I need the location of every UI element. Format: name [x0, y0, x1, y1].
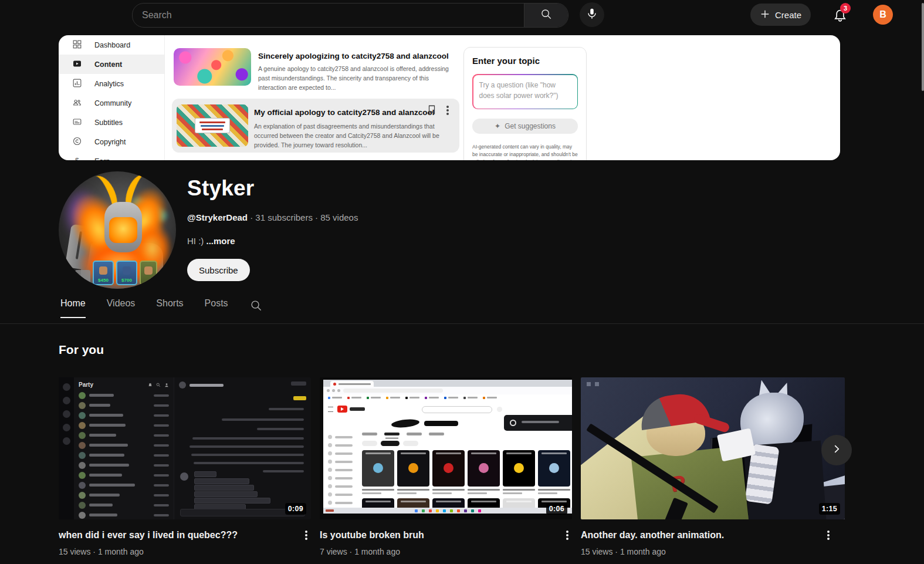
- studio-inspiration-panel: Dashboard Content Analytics Community Su…: [59, 35, 840, 160]
- video-thumbnail[interactable]: R 1:15: [581, 377, 845, 519]
- create-button[interactable]: Create: [750, 4, 811, 26]
- sidebar-item-label: Copyright: [94, 138, 126, 146]
- topic-heading: Enter your topic: [472, 56, 578, 66]
- duration-badge: 0:06: [546, 503, 567, 515]
- video-age: 1 month ago: [620, 547, 666, 556]
- sidebar-item-label: Content: [94, 60, 122, 69]
- video-count: 85 videos: [320, 212, 358, 222]
- bookmark-icon: [427, 107, 437, 117]
- channel-avatar[interactable]: $450 $700: [59, 171, 176, 289]
- notification-badge: 3: [840, 3, 851, 13]
- video-title[interactable]: Another day. another animation.: [581, 529, 845, 542]
- sidebar-item-label: Community: [94, 99, 131, 107]
- dollar-icon: $: [73, 156, 82, 161]
- sparkle-icon: ✦: [495, 122, 500, 130]
- unit-card: $450: [93, 261, 114, 285]
- community-icon: [73, 98, 82, 109]
- sidebar-item-dashboard[interactable]: Dashboard: [59, 35, 164, 55]
- thumb1-server-name: Party: [79, 381, 144, 388]
- search-button[interactable]: [524, 4, 568, 27]
- studio-video-thumbnail-2: [177, 104, 248, 147]
- more-options-button[interactable]: [446, 106, 449, 108]
- copyright-icon: [73, 137, 82, 147]
- channel-description[interactable]: HI :) ...more: [187, 236, 235, 246]
- video-menu-button[interactable]: [305, 531, 307, 533]
- tab-shorts[interactable]: Shorts: [156, 298, 183, 317]
- tab-posts[interactable]: Posts: [205, 298, 228, 317]
- sidebar-item-copyright[interactable]: Copyright: [59, 132, 164, 151]
- sidebar-item-subtitles[interactable]: Subtitles: [59, 113, 164, 132]
- youtube-logo-icon: [337, 406, 347, 413]
- more-link[interactable]: ...more: [207, 236, 235, 246]
- video-card: Party 0:09 when did i ever say i lived i…: [59, 377, 311, 556]
- video-card: 0:06 Is youtube broken bruh 7 views · 1 …: [320, 377, 572, 556]
- create-label: Create: [775, 10, 801, 20]
- tab-home[interactable]: Home: [60, 298, 86, 318]
- chevron-right-icon: [830, 443, 843, 458]
- video-meta: 7 views · 1 month ago: [320, 547, 572, 556]
- search-icon: [156, 383, 161, 387]
- video-meta: 15 views · 1 month ago: [59, 547, 311, 556]
- search-icon: [249, 304, 263, 314]
- thumb1-server-rail: [59, 377, 74, 519]
- analytics-icon: [73, 79, 82, 89]
- get-suggestions-button[interactable]: ✦ Get suggestions: [472, 119, 578, 134]
- video-age: 1 month ago: [354, 547, 400, 556]
- studio-video-description: An explanation of past disagreements and…: [254, 122, 451, 150]
- sidebar-item-earn[interactable]: $ Earn: [59, 151, 164, 160]
- duration-badge: 1:15: [819, 503, 840, 515]
- robot-head-art: [104, 202, 142, 252]
- video-title[interactable]: Is youtube broken bruh: [320, 529, 572, 542]
- subscriber-count: 31 subscribers: [255, 212, 313, 222]
- video-thumbnail[interactable]: Party 0:09: [59, 377, 311, 519]
- ai-disclaimer: AI-generated content can vary in quality…: [472, 143, 578, 160]
- account-letter: B: [879, 9, 886, 20]
- sidebar-item-label: Dashboard: [94, 41, 130, 49]
- voice-search-button[interactable]: [580, 2, 604, 27]
- sidebar-item-community[interactable]: Community: [59, 93, 164, 113]
- thumbnail-caption-box: [195, 119, 229, 133]
- topic-input[interactable]: [473, 75, 577, 109]
- thumb1-chat-area: [174, 377, 311, 519]
- account-avatar[interactable]: B: [873, 5, 893, 25]
- studio-video-row-2[interactable]: My official apology to catcity2758 and a…: [172, 99, 459, 153]
- get-suggestions-label: Get suggestions: [505, 122, 556, 130]
- video-title[interactable]: when did i ever say i lived in quebec???: [59, 529, 311, 542]
- dashboard-icon: [73, 40, 82, 50]
- studio-video-title: My official apology to catcity2758 and a…: [254, 108, 435, 117]
- video-menu-button[interactable]: [566, 531, 568, 533]
- channel-tabs: Home Videos Shorts Posts: [60, 298, 263, 324]
- content-icon: [73, 59, 82, 70]
- thumb2-recording-widget: [504, 415, 572, 431]
- studio-video-row-1[interactable]: Sincerely apologizing to catcity2758 and…: [174, 48, 455, 92]
- sidebar-item-analytics[interactable]: Analytics: [59, 74, 164, 93]
- topic-card: Enter your topic ✦ Get suggestions AI-ge…: [463, 47, 587, 160]
- scrollbar-thumb[interactable]: [922, 3, 924, 91]
- tab-videos[interactable]: Videos: [107, 298, 136, 317]
- video-age: 1 month ago: [98, 547, 144, 556]
- video-menu-button[interactable]: [827, 531, 830, 533]
- bell-icon: [148, 383, 153, 387]
- plus-icon: [760, 9, 770, 21]
- notifications-button[interactable]: 3: [832, 7, 848, 23]
- studio-video-title: Sincerely apologizing to catcity2758 and…: [258, 52, 455, 60]
- divider: [0, 323, 924, 324]
- sidebar-item-content[interactable]: Content: [59, 55, 164, 74]
- channel-handle: @StrykerDead: [187, 212, 248, 222]
- search-bar: [132, 3, 568, 28]
- carousel-next-button[interactable]: [821, 435, 852, 465]
- page: Create 3 B Dashboard Content Analytics: [0, 0, 924, 564]
- thumb2-taskbar-icons: [415, 509, 481, 512]
- studio-sidebar: Dashboard Content Analytics Community Su…: [59, 35, 165, 160]
- bell-icon: [832, 15, 848, 25]
- video-thumbnail[interactable]: 0:06: [320, 377, 572, 519]
- view-count: 15 views: [59, 547, 90, 556]
- microphone-icon: [585, 7, 598, 22]
- sidebar-item-label: Analytics: [94, 80, 124, 88]
- search-input[interactable]: [133, 4, 524, 27]
- save-bookmark-button[interactable]: [427, 104, 437, 117]
- studio-video-description: A genuine apology to catcity2758 and ala…: [258, 65, 455, 92]
- svg-text:$: $: [75, 157, 79, 161]
- channel-search-button[interactable]: [249, 299, 263, 315]
- subscribe-button[interactable]: Subscribe: [187, 259, 250, 281]
